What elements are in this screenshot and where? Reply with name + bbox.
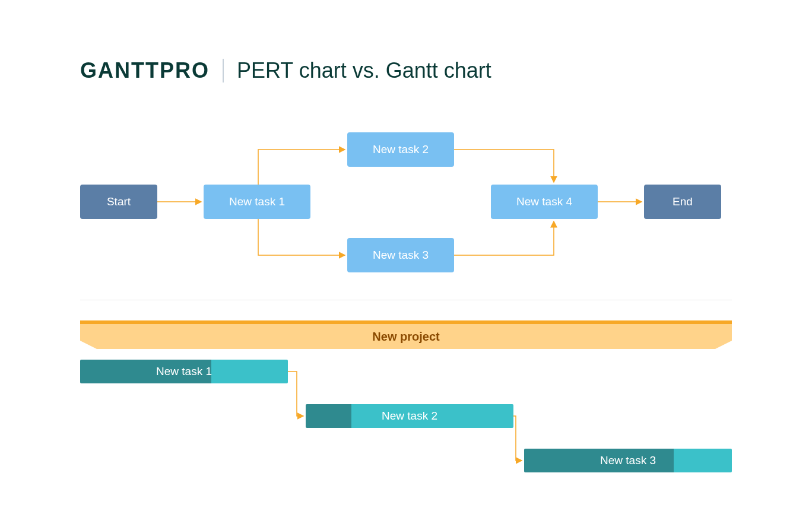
gantt-bar-task2: New task 2	[306, 404, 513, 428]
gantt-bar-label: New task 1	[80, 365, 288, 378]
section-divider	[80, 300, 732, 300]
gantt-project-label: New project	[372, 330, 439, 344]
gantt-bars: New task 1 New task 2 New task 3	[80, 360, 732, 496]
gantt-project-bar: New project	[80, 320, 732, 349]
node-label: New task 1	[229, 195, 285, 208]
header: GANTTPRO PERT chart vs. Gantt chart	[80, 58, 491, 83]
gantt-bar-label: New task 3	[524, 454, 732, 467]
gantt-chart: New project New task 1 New task 2 New ta…	[80, 320, 732, 496]
node-label: New task 4	[516, 195, 572, 208]
page-title: PERT chart vs. Gantt chart	[237, 58, 491, 83]
node-label: New task 3	[373, 249, 429, 262]
pert-chart: Start New task 1 New task 2 New task 3 N…	[80, 122, 733, 282]
logo: GANTTPRO	[80, 58, 210, 83]
divider	[223, 59, 224, 82]
node-label: New task 2	[373, 143, 429, 156]
node-label: End	[673, 195, 693, 208]
pert-node-task3: New task 3	[347, 238, 454, 272]
gantt-bar-task1: New task 1	[80, 360, 288, 383]
gantt-bar-label: New task 2	[306, 409, 513, 423]
pert-node-task1: New task 1	[204, 185, 310, 219]
gantt-bar-task3: New task 3	[524, 449, 732, 472]
node-label: Start	[107, 195, 131, 208]
pert-node-start: Start	[80, 185, 157, 219]
pert-node-task4: New task 4	[491, 185, 598, 219]
pert-node-end: End	[644, 185, 721, 219]
pert-node-task2: New task 2	[347, 132, 454, 167]
